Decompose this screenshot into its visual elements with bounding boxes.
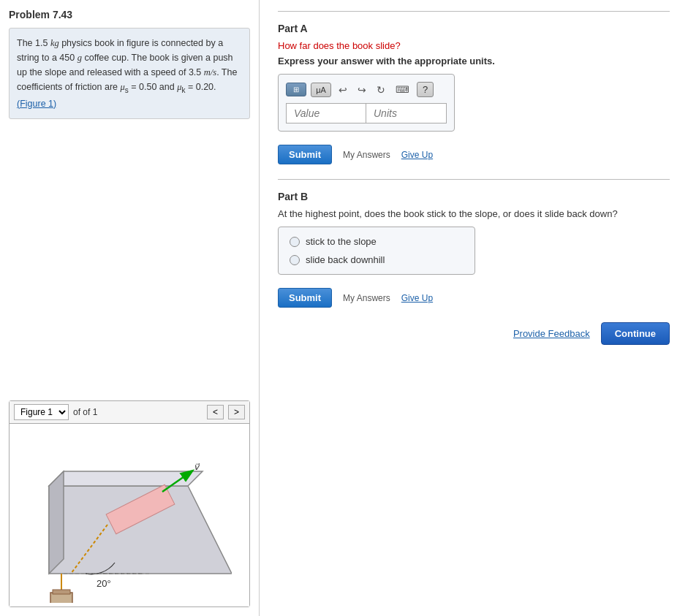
figure-next-button[interactable]: > (228, 405, 245, 419)
part-a-submit-button[interactable]: Submit (278, 145, 332, 164)
problem-title: Problem 7.43 (9, 9, 250, 20)
part-b-submit-button[interactable]: Submit (278, 288, 332, 308)
keyboard-icon[interactable]: ⌨ (393, 83, 412, 96)
figure-prev-button[interactable]: < (207, 405, 224, 419)
refresh-icon[interactable]: ↻ (374, 83, 388, 97)
option-stick-label: stick to the slope (306, 236, 377, 247)
redo-icon[interactable]: ↪ (355, 83, 369, 97)
right-panel: Part A How far does the book slide? Expr… (260, 0, 688, 616)
svg-text:v⃗: v⃗ (194, 462, 200, 472)
svg-text:20°: 20° (97, 578, 111, 589)
option-slide-label: slide back downhill (306, 254, 385, 265)
value-units-row (286, 103, 447, 123)
part-b-title: Part B (278, 191, 670, 202)
part-a-instruction: Express your answer with the appropriate… (278, 56, 670, 66)
grid-button[interactable]: ⊞ (286, 83, 306, 96)
svg-marker-2 (49, 471, 64, 574)
mu-button[interactable]: μA (311, 83, 331, 97)
part-a-divider (278, 11, 670, 12)
part-b-divider (278, 179, 670, 180)
problem-description: The 1.5 kg physics book in figure is con… (9, 28, 250, 119)
help-button[interactable]: ? (417, 82, 434, 97)
left-panel: Problem 7.43 The 1.5 kg physics book in … (0, 0, 260, 616)
figure-diagram: v⃗ 20° (27, 427, 232, 603)
part-b-question: At the highest point, does the book stic… (278, 208, 670, 219)
part-b-give-up[interactable]: Give Up (401, 293, 433, 303)
part-b-options-box: stick to the slope slide back downhill (278, 227, 475, 275)
part-a-section: Part A How far does the book slide? Expr… (278, 23, 670, 164)
part-a-title: Part A (278, 23, 670, 34)
units-input[interactable] (366, 103, 447, 123)
option-stick-row: stick to the slope (290, 236, 464, 247)
part-b-my-answers[interactable]: My Answers (343, 293, 390, 303)
svg-rect-10 (53, 590, 70, 594)
continue-button[interactable]: Continue (601, 322, 670, 345)
part-a-my-answers[interactable]: My Answers (343, 150, 390, 160)
provide-feedback-link[interactable]: Provide Feedback (513, 328, 590, 339)
figure-link[interactable]: (Figure 1) (17, 99, 56, 109)
part-b-section: Part B At the highest point, does the bo… (278, 191, 670, 308)
figure-area: v⃗ 20° (10, 424, 249, 607)
part-a-answer-box: ⊞ μA ↩ ↪ ↻ ⌨ ? (278, 74, 455, 132)
option-slide-row: slide back downhill (290, 254, 464, 265)
undo-icon[interactable]: ↩ (336, 83, 350, 97)
option-slide-radio[interactable] (290, 255, 300, 265)
svg-marker-1 (49, 471, 203, 486)
figure-nav: Figure 1 of of 1 < > (10, 401, 249, 424)
part-a-give-up[interactable]: Give Up (401, 150, 433, 160)
option-stick-radio[interactable] (290, 237, 300, 247)
action-row: Provide Feedback Continue (278, 322, 670, 345)
part-b-submit-row: Submit My Answers Give Up (278, 288, 670, 308)
part-a-toolbar: ⊞ μA ↩ ↪ ↻ ⌨ ? (286, 82, 447, 97)
part-a-question: How far does the book slide? (278, 40, 670, 51)
part-a-submit-row: Submit My Answers Give Up (278, 145, 670, 164)
figure-of-label: of of 1 (73, 407, 97, 417)
value-input[interactable] (286, 103, 366, 123)
figure-section: Figure 1 of of 1 < > (9, 400, 250, 607)
figure-select[interactable]: Figure 1 (14, 404, 69, 420)
